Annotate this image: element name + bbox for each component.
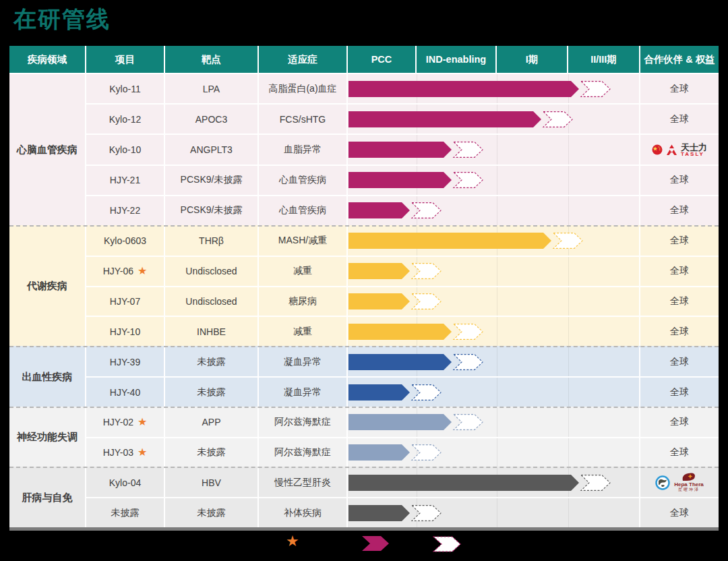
page-title: 在研管线 — [13, 4, 111, 35]
hepathera-name-cn: 星曜坤泽 — [678, 488, 700, 492]
phase-progress-arrow — [348, 233, 586, 249]
project-name: HJY-22 — [110, 205, 140, 216]
partner-cell: 全球 — [640, 166, 719, 195]
phase-progress-arrow — [348, 414, 487, 430]
phase-progress-arrow — [348, 142, 487, 158]
partner-region: 全球 — [670, 507, 689, 519]
project-name: HJY-39 — [110, 357, 140, 367]
target-cell: ANGPLT3 — [165, 135, 259, 164]
section-label: 肝病与自免 — [9, 468, 86, 527]
project-cell: HJY-07★ — [86, 287, 165, 316]
table-row: HJY-07★ Undisclosed 糖尿病 全球 — [86, 287, 719, 318]
star-icon: ★ — [138, 417, 147, 427]
section-hemorrhagic: 出血性疾病 HJY-39★ 未披露 凝血异常 全球 HJY-40★ 未披露 凝血… — [9, 346, 719, 407]
partner-cell: 天士力 TASLY — [640, 135, 719, 164]
project-cell: Kylo-10★ — [86, 135, 165, 164]
globe-icon — [655, 475, 670, 490]
indication-cell: 凝血异常 — [259, 378, 348, 407]
table-row: Kylo-11★ LPA 高脂蛋白(a)血症 全球 — [86, 74, 719, 105]
table-row: HJY-10★ INHBE 减重 全球 — [86, 317, 719, 346]
section-label: 心脑血管疾病 — [9, 74, 86, 225]
partner-region: 全球 — [670, 295, 689, 307]
table-row: HJY-03★ 未披露 阿尔兹海默症 全球 — [86, 438, 719, 467]
indication-cell: 心血管疾病 — [259, 196, 348, 225]
col-header-disease-area: 疾病领域 — [9, 46, 86, 73]
hepathera-text: Hepa Thera 星曜坤泽 — [674, 473, 704, 493]
partner-region: 全球 — [670, 265, 689, 277]
project-name: HJY-21 — [110, 175, 140, 185]
phase-progress-arrow — [348, 444, 445, 461]
phase-progress-arrow — [348, 293, 445, 309]
section-neurological: 神经功能失调 HJY-02★ APP 阿尔兹海默症 全球 HJY-03★ 未披露… — [9, 407, 719, 467]
target-cell: HBV — [165, 468, 259, 497]
indication-cell: 慢性乙型肝炎 — [259, 468, 348, 497]
project-cell: Kylo-11★ — [86, 74, 165, 103]
indication-cell: 阿尔兹海默症 — [259, 408, 348, 437]
phase-track — [348, 498, 640, 527]
legend-solid-arrow-icon — [362, 536, 390, 551]
phase-track — [348, 408, 640, 437]
project-cell: HJY-10★ — [86, 317, 165, 346]
china-flag-icon — [652, 144, 663, 155]
partner-region: 全球 — [670, 113, 689, 125]
table-row: HJY-22★ PCSK9/未披露 心血管疾病 全球 — [86, 196, 719, 225]
col-header-ind-enabling: IND-enabling — [417, 46, 497, 73]
project-cell: HJY-03★ — [86, 438, 165, 467]
target-cell: LPA — [165, 74, 259, 103]
target-cell: INHBE — [165, 317, 259, 346]
col-header-target: 靶点 — [165, 46, 259, 73]
partner-cell: 全球 — [640, 74, 719, 103]
project-cell: HJY-22★ — [86, 196, 165, 225]
project-name: HJY-02 — [103, 417, 133, 427]
partner-cell: 全球 — [640, 287, 719, 316]
phase-progress-arrow — [348, 81, 614, 97]
table-row: Kylo-04★ HBV 慢性乙型肝炎 Hepa Thera 星曜坤泽 — [86, 468, 719, 498]
project-cell: HJY-06★ — [86, 257, 165, 286]
table-row: HJY-39★ 未披露 凝血异常 全球 — [86, 347, 719, 378]
partner-cell: Hepa Thera 星曜坤泽 — [640, 468, 719, 497]
phase-track — [348, 227, 640, 256]
partner-cell: 全球 — [640, 196, 719, 225]
phase-track — [348, 166, 640, 195]
phase-track — [348, 74, 640, 103]
target-cell: APP — [165, 408, 259, 437]
partner-cell: 全球 — [640, 347, 719, 376]
section-liver-autoimmune: 肝病与自免 Kylo-04★ HBV 慢性乙型肝炎 Hepa Thera 星曜坤… — [9, 467, 719, 527]
table-row: HJY-06★ Undisclosed 减重 全球 — [86, 257, 719, 287]
star-icon: ★ — [138, 447, 147, 458]
tasly-name-cn: 天士力 — [681, 143, 707, 152]
partner-cell: 全球 — [640, 105, 719, 134]
target-cell: 未披露 — [165, 378, 259, 407]
pipeline-slide: { "title": "在研管线", "columns": ["疾病领域","项… — [0, 0, 728, 561]
project-name: Kylo-0603 — [104, 235, 146, 246]
indication-cell: 心血管疾病 — [259, 166, 348, 195]
pipeline-table: 疾病领域 项目 靶点 适应症 PCC IND-enabling I期 II/II… — [9, 46, 719, 531]
phase-progress-arrow — [348, 475, 614, 491]
table-header-row: 疾病领域 项目 靶点 适应症 PCC IND-enabling I期 II/II… — [9, 46, 719, 74]
target-cell: 未披露 — [165, 438, 259, 467]
table-row: Kylo-0603★ THRβ MASH/减重 全球 — [86, 227, 719, 257]
section-label: 神经功能失调 — [9, 408, 86, 467]
partner-region: 全球 — [670, 326, 689, 338]
indication-cell: 糖尿病 — [259, 287, 348, 316]
phase-track — [348, 468, 640, 497]
col-header-pcc: PCC — [348, 46, 417, 73]
partner-cell: 全球 — [640, 257, 719, 286]
project-name: 未披露 — [111, 507, 140, 519]
indication-cell: MASH/减重 — [259, 227, 348, 256]
target-cell: PCSK9/未披露 — [165, 166, 259, 195]
col-header-project: 项目 — [86, 46, 165, 73]
indication-cell: 减重 — [259, 317, 348, 346]
project-cell: HJY-21★ — [86, 166, 165, 195]
col-header-phase1: I期 — [497, 46, 568, 73]
indication-cell: 凝血异常 — [259, 347, 348, 376]
phase-progress-arrow — [348, 384, 445, 401]
indication-cell: 高脂蛋白(a)血症 — [259, 74, 348, 103]
hepathera-leaf-icon — [682, 473, 696, 481]
legend-star-icon: ★ — [286, 534, 299, 549]
phase-progress-arrow — [348, 202, 445, 218]
target-cell: Undisclosed — [165, 257, 259, 286]
target-cell: THRβ — [165, 227, 259, 256]
tasly-name-en: TASLY — [681, 152, 704, 157]
section-label: 出血性疾病 — [9, 347, 86, 407]
